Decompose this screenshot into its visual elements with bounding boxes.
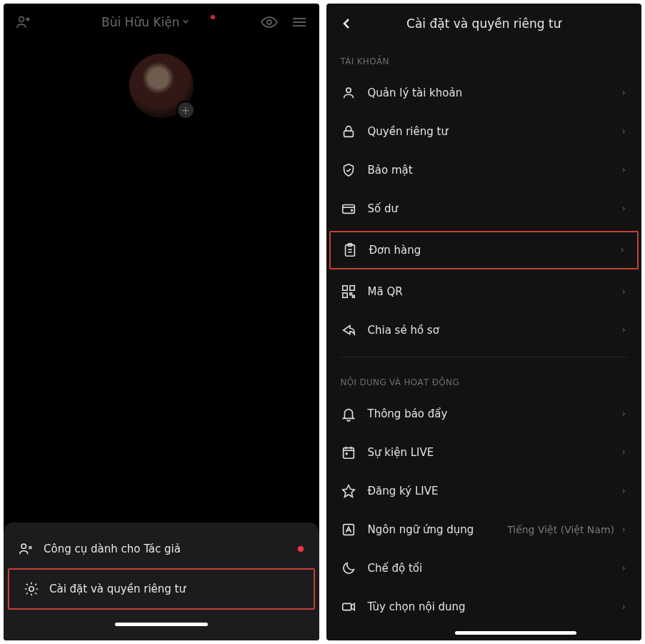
chevron-right-icon bbox=[620, 602, 627, 612]
svg-rect-27 bbox=[342, 603, 351, 610]
privacy-item[interactable]: Quyền riêng tư bbox=[326, 112, 642, 151]
svg-rect-20 bbox=[343, 448, 354, 459]
account-section: Quản lý tài khoản Quyền riêng tư Bảo mật… bbox=[326, 74, 642, 350]
profile-header: Bùi Hữu Kiện bbox=[4, 4, 319, 41]
notification-dot bbox=[298, 546, 304, 552]
app-language-item[interactable]: Ngôn ngữ ứng dụng Tiếng Việt (Việt Nam) bbox=[326, 510, 642, 549]
add-avatar-icon[interactable]: + bbox=[176, 101, 195, 119]
live-events-label: Sự kiện LIVE bbox=[368, 446, 434, 459]
creator-tools-label: Công cụ dành cho Tác giả bbox=[44, 543, 181, 555]
live-subscribe-item[interactable]: Đăng ký LIVE bbox=[326, 472, 642, 510]
notification-dot bbox=[211, 15, 215, 19]
lock-icon bbox=[341, 124, 356, 139]
svg-point-6 bbox=[29, 587, 34, 591]
section-account-header: TÀI KHOẢN bbox=[326, 44, 642, 74]
person-icon bbox=[341, 85, 356, 101]
shield-icon bbox=[341, 162, 356, 178]
chevron-down-icon bbox=[181, 16, 191, 29]
manage-account-label: Quản lý tài khoản bbox=[368, 86, 463, 99]
push-notifications-item[interactable]: Thông báo đẩy bbox=[326, 395, 642, 433]
add-friend-icon[interactable] bbox=[15, 14, 32, 31]
bottom-sheet: Công cụ dành cho Tác giả Cài đặt và quyề… bbox=[4, 522, 319, 640]
language-icon bbox=[341, 522, 356, 538]
creator-tools-item[interactable]: Công cụ dành cho Tác giả bbox=[4, 530, 319, 568]
profile-name-dropdown[interactable]: Bùi Hữu Kiện bbox=[32, 15, 261, 29]
security-label: Bảo mật bbox=[368, 164, 413, 177]
content-preferences-label: Tùy chọn nội dung bbox=[368, 600, 466, 613]
profile-name: Bùi Hữu Kiện bbox=[101, 15, 179, 29]
svg-rect-17 bbox=[342, 293, 346, 297]
svg-rect-15 bbox=[342, 286, 346, 290]
svg-marker-25 bbox=[342, 485, 354, 497]
chevron-right-icon bbox=[620, 325, 627, 335]
live-events-item[interactable]: Sự kiện LIVE bbox=[326, 433, 642, 472]
dark-mode-item[interactable]: Chế độ tối bbox=[326, 549, 642, 588]
chevron-right-icon bbox=[619, 245, 626, 255]
eye-icon[interactable] bbox=[261, 14, 278, 31]
share-icon bbox=[341, 322, 356, 338]
chevron-right-icon bbox=[620, 525, 627, 535]
svg-point-5 bbox=[21, 544, 26, 548]
balance-item[interactable]: Số dư bbox=[326, 189, 642, 228]
settings-privacy-label: Cài đặt và quyền riêng tư bbox=[49, 583, 186, 595]
bell-icon bbox=[341, 406, 356, 422]
live-subscribe-label: Đăng ký LIVE bbox=[368, 485, 439, 497]
home-indicator[interactable] bbox=[115, 623, 208, 626]
privacy-label: Quyền riêng tư bbox=[368, 125, 448, 138]
settings-privacy-item[interactable]: Cài đặt và quyền riêng tư bbox=[9, 570, 314, 608]
svg-rect-16 bbox=[349, 286, 354, 290]
chevron-right-icon bbox=[620, 563, 627, 573]
chevron-right-icon bbox=[620, 287, 627, 297]
qr-icon bbox=[341, 284, 356, 299]
svg-point-24 bbox=[346, 453, 347, 455]
settings-title: Cài đặt và quyền riêng tư bbox=[338, 16, 631, 31]
calendar-icon bbox=[341, 445, 356, 460]
dark-mode-label: Chế độ tối bbox=[368, 562, 423, 575]
settings-header: Cài đặt và quyền riêng tư bbox=[326, 4, 642, 44]
svg-point-1 bbox=[267, 20, 271, 24]
home-indicator[interactable] bbox=[455, 631, 576, 635]
share-profile-item[interactable]: Chia sẻ hồ sơ bbox=[326, 311, 642, 350]
chevron-right-icon bbox=[620, 204, 627, 214]
chevron-right-icon bbox=[620, 447, 627, 457]
app-language-label: Ngôn ngữ ứng dụng bbox=[368, 523, 474, 536]
chevron-right-icon bbox=[620, 409, 627, 419]
manage-account-item[interactable]: Quản lý tài khoản bbox=[326, 74, 642, 112]
hamburger-menu-icon[interactable] bbox=[291, 14, 308, 31]
chevron-right-icon bbox=[620, 165, 627, 175]
clipboard-icon bbox=[342, 242, 358, 258]
video-icon bbox=[341, 599, 356, 615]
security-item[interactable]: Bảo mật bbox=[326, 151, 642, 189]
section-content-header: NỘI DUNG VÀ HOẠT ĐỘNG bbox=[326, 365, 642, 395]
wallet-icon bbox=[341, 201, 356, 217]
svg-rect-18 bbox=[349, 293, 351, 295]
orders-item[interactable]: Đơn hàng bbox=[329, 231, 639, 269]
svg-point-10 bbox=[351, 209, 352, 211]
profile-screen: Bùi Hữu Kiện + Công cụ dành cho Tác giả bbox=[4, 4, 319, 640]
star-icon bbox=[341, 483, 356, 499]
section-divider bbox=[341, 357, 628, 357]
balance-label: Số dư bbox=[368, 202, 399, 215]
svg-rect-9 bbox=[342, 205, 354, 214]
svg-point-7 bbox=[346, 88, 350, 92]
share-profile-label: Chia sẻ hồ sơ bbox=[368, 324, 439, 337]
content-preferences-item[interactable]: Tùy chọn nội dung bbox=[326, 588, 642, 626]
content-section: Thông báo đẩy Sự kiện LIVE Đăng ký LIVE … bbox=[326, 395, 642, 626]
avatar-section: + bbox=[4, 41, 319, 131]
orders-label: Đơn hàng bbox=[369, 244, 421, 257]
svg-point-0 bbox=[19, 17, 24, 22]
chevron-right-icon bbox=[620, 127, 627, 137]
profile-avatar[interactable]: + bbox=[129, 54, 194, 118]
qr-label: Mã QR bbox=[368, 285, 403, 298]
svg-rect-8 bbox=[344, 131, 353, 137]
push-notifications-label: Thông báo đẩy bbox=[368, 407, 448, 420]
app-language-value: Tiếng Việt (Việt Nam) bbox=[507, 524, 614, 535]
chevron-right-icon bbox=[620, 88, 627, 98]
svg-rect-19 bbox=[352, 296, 354, 298]
qr-code-item[interactable]: Mã QR bbox=[326, 272, 642, 311]
highlight-settings-privacy: Cài đặt và quyền riêng tư bbox=[8, 568, 315, 610]
settings-screen: Cài đặt và quyền riêng tư TÀI KHOẢN Quản… bbox=[326, 4, 642, 640]
moon-icon bbox=[341, 560, 356, 576]
chevron-right-icon bbox=[620, 486, 627, 496]
